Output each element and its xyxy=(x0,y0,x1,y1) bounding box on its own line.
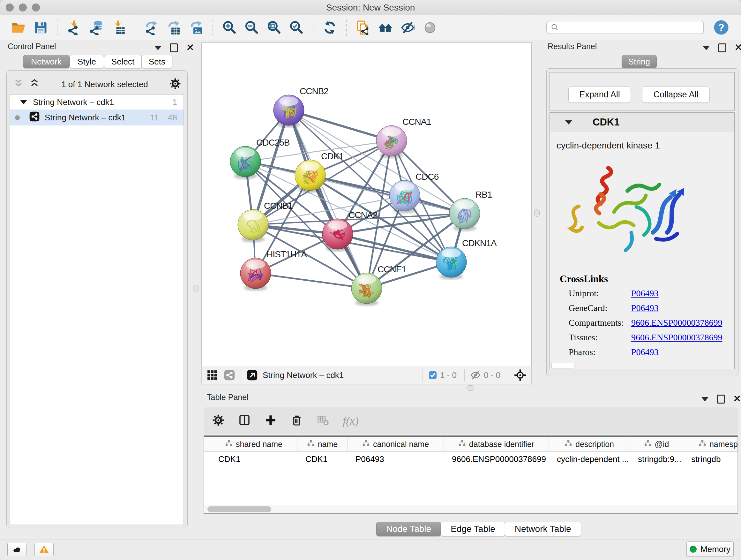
tab-edge-table[interactable]: Edge Table xyxy=(441,522,505,537)
tab-select[interactable]: Select xyxy=(104,55,142,68)
table-panel-float-icon[interactable] xyxy=(717,395,725,403)
export-network-button[interactable] xyxy=(142,18,161,37)
string-view-icon[interactable] xyxy=(223,369,235,381)
import-database-button[interactable] xyxy=(87,18,105,37)
refresh-button[interactable] xyxy=(320,18,339,37)
control-panel-collapse-icon[interactable] xyxy=(154,46,161,50)
tab-node-table[interactable]: Node Table xyxy=(376,522,441,537)
column-header-database-identifier[interactable]: database identifier xyxy=(444,437,549,451)
crosslinks-title: CrossLinks xyxy=(560,273,608,285)
save-session-button[interactable] xyxy=(31,18,50,37)
column-header-namespace[interactable]: namespace xyxy=(683,437,738,451)
network-canvas[interactable]: CCNB2 CCNA1 CDC25B CDK1 CDC6 RB1 xyxy=(201,43,532,366)
tree-expander-icon[interactable] xyxy=(20,100,27,105)
crosslink-link[interactable]: 9606.ENSP00000378699 xyxy=(631,318,722,328)
tab-sets[interactable]: Sets xyxy=(142,55,172,68)
network-options-gear-icon[interactable] xyxy=(169,78,181,91)
export-image-button[interactable] xyxy=(187,18,205,37)
crosslink-link[interactable]: P06493 xyxy=(631,347,659,357)
expand-all-icon[interactable] xyxy=(29,78,40,91)
cell-name: CDK1 xyxy=(297,452,347,466)
results-panel-collapse-icon[interactable] xyxy=(703,46,710,50)
zoom-out-button[interactable] xyxy=(243,18,261,37)
fit-selected-crosshair-icon[interactable] xyxy=(514,368,527,382)
node-CCNE1[interactable]: CCNE1 xyxy=(351,264,406,306)
column-header-shared-name[interactable]: shared name xyxy=(210,437,297,451)
crosslink-label: Uniprot: xyxy=(569,288,631,299)
hide-selected-button[interactable] xyxy=(398,18,417,37)
crosslink-link[interactable]: 9606.ENSP00000378699 xyxy=(631,332,722,343)
selected-checkbox-icon[interactable] xyxy=(428,370,437,380)
zoom-selected-button[interactable] xyxy=(287,18,306,37)
column-header-canonical-name[interactable]: canonical name xyxy=(347,437,444,451)
show-columns-icon[interactable] xyxy=(238,414,251,428)
node-label-CDK1: CDK1 xyxy=(321,151,344,161)
node-CDK1[interactable]: CDK1 xyxy=(295,151,344,193)
collapse-all-button[interactable]: Collapse All xyxy=(642,86,710,103)
import-network-button[interactable] xyxy=(64,18,83,37)
search-box[interactable] xyxy=(546,21,704,34)
table-panel-close-icon[interactable] xyxy=(733,395,741,403)
control-panel-close-icon[interactable] xyxy=(186,44,194,52)
node-HIST1H1A[interactable]: HIST1H1A xyxy=(240,249,307,291)
node-CDKN1A[interactable]: CDKN1A xyxy=(436,238,497,280)
column-header--id[interactable]: @id xyxy=(630,437,683,451)
show-all-button[interactable] xyxy=(421,18,439,37)
table-horizontal-scrollbar[interactable] xyxy=(204,505,737,513)
export-table-button[interactable] xyxy=(165,18,183,37)
control-panel-float-icon[interactable] xyxy=(170,44,178,52)
column-header-description[interactable]: description xyxy=(549,437,630,451)
birds-eye-grid-icon[interactable] xyxy=(206,369,218,381)
open-session-button[interactable] xyxy=(9,18,27,37)
network-row-selected[interactable]: String Network – cdk1 11 48 xyxy=(10,110,184,125)
results-gene-header[interactable]: CDK1 xyxy=(550,113,734,132)
collapse-all-icon[interactable] xyxy=(13,78,24,91)
cloud-status-button[interactable] xyxy=(7,543,26,556)
results-scrollbar-stub[interactable] xyxy=(551,363,575,368)
expand-all-button[interactable]: Expand All xyxy=(568,86,631,103)
hidden-eye-slash-icon[interactable] xyxy=(470,369,481,381)
zoom-fit-button[interactable] xyxy=(265,18,283,37)
tab-network-table[interactable]: Network Table xyxy=(505,522,581,537)
app-window: Session: New Session ? Control Panel Net… xyxy=(0,0,741,560)
node-CDC6[interactable]: CDC6 xyxy=(389,172,439,213)
left-splitter-handle[interactable] xyxy=(193,285,199,293)
warnings-button[interactable] xyxy=(35,543,54,556)
home-button[interactable] xyxy=(376,18,394,37)
sort-hierarchy-icon xyxy=(564,439,572,449)
detach-view-icon[interactable] xyxy=(246,369,258,381)
scrollbar-thumb[interactable] xyxy=(207,506,271,512)
import-table-button[interactable] xyxy=(109,18,128,37)
tab-string[interactable]: String xyxy=(622,55,657,68)
memory-button[interactable]: Memory xyxy=(686,542,734,557)
help-button[interactable]: ? xyxy=(713,19,730,36)
tab-network[interactable]: Network xyxy=(23,55,70,68)
add-column-icon[interactable] xyxy=(264,414,277,428)
clone-network-button[interactable] xyxy=(354,18,372,37)
results-panel-close-icon[interactable] xyxy=(735,44,741,52)
sort-hierarchy-icon xyxy=(307,439,315,449)
sort-hierarchy-icon xyxy=(458,439,466,449)
table-panel-collapse-icon[interactable] xyxy=(701,397,709,401)
bottom-splitter-handle[interactable] xyxy=(467,385,474,391)
node-RB1[interactable]: RB1 xyxy=(449,190,492,231)
tab-style[interactable]: Style xyxy=(70,55,104,68)
column-header-name[interactable]: name xyxy=(297,437,347,451)
node-label-CCNB1: CCNB1 xyxy=(264,201,293,211)
search-input[interactable] xyxy=(560,23,700,33)
crosslink-link[interactable]: P06493 xyxy=(631,288,659,299)
right-splitter-handle[interactable] xyxy=(534,209,540,217)
network-collection-row[interactable]: String Network – cdk1 1 xyxy=(10,95,184,110)
cell-namespace: stringdb xyxy=(683,452,738,466)
table-row[interactable]: CDK1CDK1P064939606.ENSP00000378699cyclin… xyxy=(204,452,738,466)
table-gear-icon[interactable] xyxy=(212,414,225,428)
node-label-HIST1H1A: HIST1H1A xyxy=(266,249,307,259)
results-panel-float-icon[interactable] xyxy=(718,44,726,52)
zoom-in-button[interactable] xyxy=(220,18,239,37)
warning-icon xyxy=(39,544,50,555)
sort-hierarchy-icon xyxy=(698,439,706,449)
search-icon xyxy=(550,23,560,32)
gene-section-collapse-icon[interactable] xyxy=(565,120,572,125)
delete-column-icon[interactable] xyxy=(290,414,303,428)
crosslink-link[interactable]: P06493 xyxy=(631,303,659,313)
